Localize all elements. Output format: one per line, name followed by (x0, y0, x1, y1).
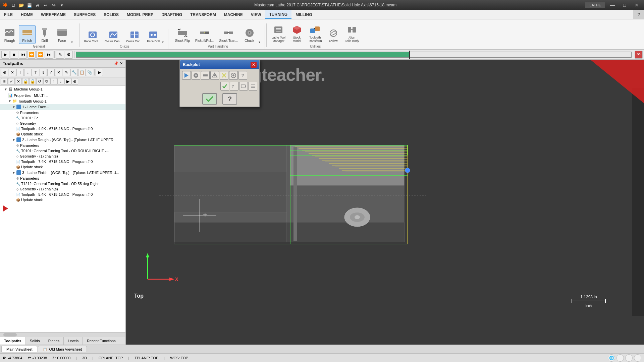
tab-recent-functions[interactable]: Recent Functions (83, 337, 120, 345)
ribbon-btn-caxis-con[interactable]: C-axis Con... (103, 29, 124, 44)
panel-btn-t2-11[interactable]: ⊕ (71, 78, 78, 85)
ribbon-btn-rough[interactable]: Rough (1, 25, 18, 44)
help-button[interactable]: ? (633, 10, 644, 19)
tree-tool-1[interactable]: 🔧 T0101: Ge... (0, 115, 125, 121)
tree-tool-2[interactable]: 🔧 T0101: General Turning Tool - OD ROUGH… (0, 148, 125, 154)
menu-wireframe[interactable]: WIREFRAME (37, 10, 70, 19)
panel-btn-9[interactable]: ✎ (63, 69, 70, 76)
panel-close[interactable]: ✕ (120, 61, 123, 66)
qat-new[interactable]: 🗋 (10, 2, 17, 8)
ribbon-btn-toolpath-transform[interactable]: ToolpathTransform (306, 22, 324, 44)
ribbon-btn-stock-flip[interactable]: Stock Flip (173, 25, 192, 44)
tree-geom-1[interactable]: ◇ Geometry (0, 121, 125, 126)
panel-btn-t2-2[interactable]: ✓ (8, 78, 15, 85)
tree-lathe-face[interactable]: ▼ 1 - Lathe Face... (0, 104, 125, 110)
minimize-button[interactable]: — (608, 1, 617, 9)
panel-btn-t2-6[interactable]: ↺ (36, 78, 43, 85)
menu-transform[interactable]: TRANSFORM (186, 10, 220, 19)
menu-home[interactable]: HOME (17, 10, 37, 19)
ribbon-btn-cross-con[interactable]: Cross Con... (124, 29, 145, 44)
menu-surfaces[interactable]: SURFACES (70, 10, 100, 19)
tab-planes[interactable]: Planes (44, 337, 64, 345)
bp-help-button[interactable]: ? (222, 93, 237, 105)
ribbon-btn-face-cont[interactable]: Face Cont... (83, 29, 102, 44)
view-tab-main[interactable]: Main Viewsheet (1, 346, 37, 352)
panel-btn-t2-8[interactable]: ↑ (50, 78, 57, 85)
h-scrollbar[interactable] (0, 332, 125, 337)
tree-stock-3[interactable]: 📦 Update stock (0, 197, 125, 202)
panel-pin[interactable]: 📌 (114, 61, 118, 66)
menu-model-prep[interactable]: MODEL PREP (123, 10, 157, 19)
bp-btn-check2[interactable]: ≠ (230, 82, 238, 90)
vp-edit[interactable]: ✎ (56, 51, 64, 59)
panel-btn-12[interactable]: 📎 (86, 69, 93, 76)
tree-tool-3[interactable]: 🔧 T1212: General Turning Tool - OD 55 de… (0, 181, 125, 186)
qat-undo[interactable]: ↩ (42, 2, 49, 8)
bp-btn-tool3[interactable] (210, 71, 219, 80)
bp-btn-tool1[interactable] (192, 71, 200, 80)
tree-toolpath-2[interactable]: 📄 Toolpath - 7.4K - 6715-18.NC - Program… (0, 159, 125, 164)
ribbon-btn-finish[interactable]: Finish (19, 25, 36, 44)
panel-btn-2[interactable]: ✕ (9, 69, 16, 76)
panel-btn-t2-7[interactable]: ↻ (43, 78, 50, 85)
tree-geom-2[interactable]: ◇ Geometry - (1) chain(s) (0, 154, 125, 159)
ribbon-btn-stock-tran[interactable]: Stock Tran... (217, 25, 240, 44)
vp-play[interactable]: ▶ (1, 51, 9, 59)
vp-eye[interactable]: 👁 (635, 51, 643, 59)
tab-toolpaths[interactable]: Toolpaths (0, 337, 26, 345)
panel-btn-t2-3[interactable]: ✕ (15, 78, 22, 85)
panel-btn-10[interactable]: 🔧 (70, 69, 78, 76)
qat-open[interactable]: 📂 (18, 2, 25, 8)
menu-view[interactable]: VIEW (247, 10, 265, 19)
bp-btn-tool4[interactable] (220, 71, 228, 80)
tree-stock-2[interactable]: 📦 Update stock (0, 164, 125, 170)
tree-toolpath-3[interactable]: 📄 Toolpath - 5.4K - 6715-18.NC - Program… (0, 192, 125, 197)
menu-machine[interactable]: MACHINE (220, 10, 247, 19)
bp-btn-cam[interactable] (239, 82, 248, 90)
bp-btn-check1[interactable] (220, 82, 229, 90)
tree-params-1[interactable]: ⚙ Parameters (0, 110, 125, 115)
caxis-more[interactable]: ▾ (162, 39, 167, 44)
menu-solids[interactable]: SOLIDS (100, 10, 123, 19)
panel-btn-1[interactable]: ⊕ (1, 69, 8, 76)
tab-solids[interactable]: Solids (26, 337, 44, 345)
ribbon-btn-drill[interactable]: Drill (36, 25, 53, 44)
ribbon-btn-align-solid[interactable]: AlignSolid Body (342, 22, 362, 44)
panel-btn-13[interactable]: ▶ (96, 69, 103, 76)
bp-btn-list[interactable] (249, 82, 257, 90)
menu-milling[interactable]: MILLING (291, 10, 316, 19)
tree-params-3[interactable]: ⚙ Parameters (0, 176, 125, 181)
panel-btn-6[interactable]: ⇓ (40, 69, 47, 76)
tree-lathe-finish[interactable]: ▼ 3 - Lathe Finish - [WCS: Top] - [Tplan… (0, 170, 125, 176)
ribbon-btn-lathe-tool-mgr[interactable]: Lathe ToolManager (269, 22, 288, 44)
tree-stock-1[interactable]: 📦 Update stock (0, 131, 125, 137)
panel-btn-11[interactable]: 📋 (78, 69, 86, 76)
vp-step-fwd[interactable]: ⏩ (36, 51, 44, 59)
panel-btn-t2-9[interactable]: ↓ (57, 78, 64, 85)
panel-btn-8[interactable]: ✕ (55, 69, 62, 76)
bp-ok-button[interactable] (202, 93, 217, 105)
bp-btn-tool2[interactable] (201, 71, 210, 80)
tree-toolpath-group[interactable]: ▼ 📁 Toolpath Group-1 (0, 98, 125, 104)
panel-btn-t2-5[interactable]: 🔓 (29, 78, 36, 85)
tree-lathe-rough[interactable]: ▼ 2 - Lathe Rough - [WCS: Top] - [Tplane… (0, 137, 125, 143)
menu-file[interactable]: FILE (0, 10, 17, 19)
general-more[interactable]: ▾ (71, 39, 76, 44)
backplot-close-button[interactable]: ✕ (251, 62, 257, 68)
ribbon-btn-chuck[interactable]: Chuck (241, 25, 258, 44)
status-circle-2[interactable] (625, 354, 633, 362)
tree-geom-3[interactable]: ◇ Geometry - (1) chain(s) (0, 186, 125, 192)
tree-machine-group[interactable]: ▼ 🖥 Machine Group-1 (0, 86, 125, 93)
qat-print[interactable]: 🖨 (34, 2, 41, 8)
ribbon-btn-face[interactable]: Face (54, 25, 70, 44)
close-button[interactable]: ✕ (632, 1, 641, 9)
bp-btn-play[interactable] (182, 71, 191, 80)
ribbon-btn-stock-model[interactable]: StockModel (288, 22, 305, 44)
status-circle-1[interactable] (616, 354, 624, 362)
vp-stop[interactable]: ■ (10, 51, 18, 59)
part-handling-more[interactable]: ▾ (259, 39, 263, 44)
vp-prev[interactable]: ⏮ (19, 51, 27, 59)
panel-btn-4[interactable]: ↓ (24, 69, 32, 76)
tab-levels[interactable]: Levels (64, 337, 83, 345)
ribbon-btn-face-drill[interactable]: Face Drill (145, 29, 161, 44)
